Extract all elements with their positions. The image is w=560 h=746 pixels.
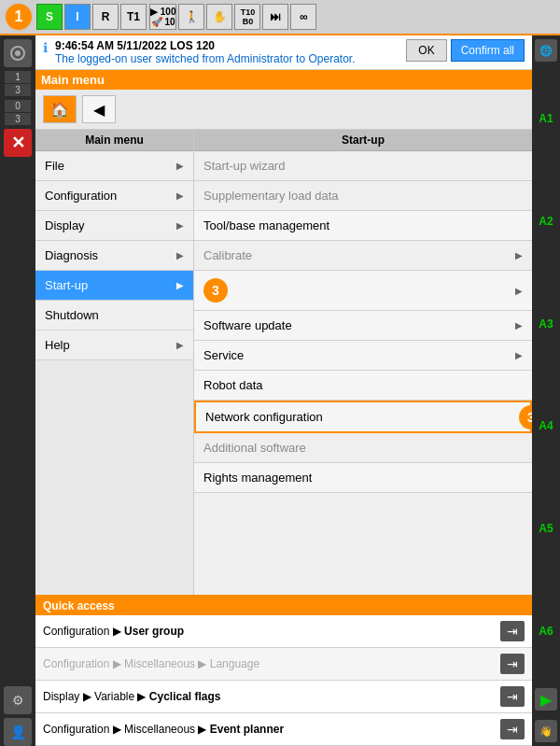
sidebar-icon-robot[interactable] xyxy=(4,39,32,67)
submenu-startup-wizard-label: Start-up wizard xyxy=(203,159,285,173)
submenu-robot-data[interactable]: Robot data xyxy=(194,371,532,401)
badge-1: 1 xyxy=(4,2,34,32)
submenu-additional-software[interactable]: Additional software xyxy=(194,433,532,463)
sidebar-label-a1[interactable]: A1 xyxy=(539,112,553,125)
submenu-software-update[interactable]: Software update ▶ xyxy=(194,311,532,341)
ok-button[interactable]: OK xyxy=(406,39,446,62)
left-sidebar: 1 3 0 3 ✕ ⚙ 👤 xyxy=(0,35,35,746)
submenu-calibrate-label: Calibrate xyxy=(203,248,252,262)
calibrate-arrow-icon: ▶ xyxy=(515,250,523,260)
submenu-software-update-label: Software update xyxy=(203,318,292,332)
btn-walk[interactable]: 🚶 xyxy=(178,4,204,30)
btn-hand[interactable]: ✋ xyxy=(206,4,232,30)
menu-item-diagnosis-label: Diagnosis xyxy=(45,248,98,262)
submenu-additional-software-label: Additional software xyxy=(203,441,306,455)
menu-item-help-label: Help xyxy=(45,338,70,352)
menu-wrapper: Main menu 🏠 ◀ Main menu File ▶ Configura… xyxy=(35,70,532,746)
quick-item-event-planner[interactable]: Configuration ▶ Miscellaneous ▶ Event pl… xyxy=(35,713,532,746)
sidebar-icon-gear[interactable]: ⚙ xyxy=(4,686,32,714)
menu-item-configuration-label: Configuration xyxy=(45,189,117,203)
sidebar-label-a2[interactable]: A2 xyxy=(539,215,553,228)
top-toolbar: 1 S I R T1 ▶ 100🚀 10 🚶 ✋ T10B0 ⏭ ∞ xyxy=(0,0,560,35)
confirm-all-button[interactable]: Confirm all xyxy=(451,39,525,62)
diagnosis-arrow-icon: ▶ xyxy=(176,250,184,260)
menu-item-file[interactable]: File ▶ xyxy=(35,151,193,181)
status-text: 9:46:54 AM 5/11/2022 LOS 120 The logged-… xyxy=(55,39,399,65)
sidebar-num-3b: 3 xyxy=(5,113,31,125)
sidebar-label-a3[interactable]: A3 xyxy=(539,317,553,331)
quick-item-pin-1[interactable]: ⇥ xyxy=(500,621,525,641)
menu-title-bar: Main menu xyxy=(35,70,532,90)
btn-t10b0[interactable]: T10B0 xyxy=(234,4,260,30)
quick-item-language[interactable]: Configuration ▶ Miscellaneous ▶ Language… xyxy=(35,648,532,681)
menu-item-diagnosis[interactable]: Diagnosis ▶ xyxy=(35,241,193,271)
quick-item-cyclical-flags-text: Display ▶ Variable ▶ Cyclical flags xyxy=(43,690,221,703)
right-sidebar: 🌐 A1 A2 A3 A4 A5 A6 ▶ 👋 xyxy=(532,35,560,746)
submenu-rights-management[interactable]: Rights management xyxy=(194,463,532,493)
help-arrow-icon: ▶ xyxy=(176,340,184,350)
sidebar-label-a5[interactable]: A5 xyxy=(539,522,553,535)
quick-access-header: Quick access xyxy=(35,597,532,615)
sidebar-label-a4[interactable]: A4 xyxy=(539,419,553,432)
quick-item-event-planner-text: Configuration ▶ Miscellaneous ▶ Event pl… xyxy=(43,723,284,736)
right-col-header: Start-up xyxy=(194,130,532,151)
menu-item-help[interactable]: Help ▶ xyxy=(35,331,193,360)
quick-item-pin-2[interactable]: ⇥ xyxy=(500,654,525,674)
menu-col-right: Start-up Start-up wizard Supplementary l… xyxy=(194,130,532,595)
submenu-supplementary[interactable]: Supplementary load data xyxy=(194,181,532,211)
btn-i[interactable]: I xyxy=(64,4,91,30)
right-icon-globe[interactable]: 🌐 xyxy=(535,39,557,62)
right-icon-hand-down[interactable]: 👋 xyxy=(535,720,557,742)
menu-item-display-label: Display xyxy=(45,218,85,232)
back-button[interactable]: ◀ xyxy=(82,95,116,123)
btn-skip[interactable]: ⏭ xyxy=(262,4,288,30)
submenu-tool-base[interactable]: Tool/base management xyxy=(194,211,532,241)
submenu-service[interactable]: Service ▶ xyxy=(194,341,532,371)
menu-title: Main menu xyxy=(41,73,105,87)
menu-item-display[interactable]: Display ▶ xyxy=(35,211,193,241)
quick-item-cyclical-flags[interactable]: Display ▶ Variable ▶ Cyclical flags ⇥ xyxy=(35,681,532,713)
menu-item-shutdown[interactable]: Shutdown xyxy=(35,301,193,331)
btn-r[interactable]: R xyxy=(92,4,119,30)
menu-item-file-label: File xyxy=(45,159,64,173)
submenu-calibrate[interactable]: Calibrate ▶ xyxy=(194,241,532,271)
sidebar-label-a6[interactable]: A6 xyxy=(539,625,553,638)
sidebar-num-1: 1 xyxy=(5,71,31,83)
file-arrow-icon: ▶ xyxy=(176,161,184,171)
badge-3: 3 xyxy=(519,405,532,429)
submenu-network-config-label: Network configuration xyxy=(205,410,323,424)
btn-t1[interactable]: T1 xyxy=(120,4,147,30)
quick-item-pin-3[interactable]: ⇥ xyxy=(500,686,525,707)
quick-item-user-group-text: Configuration ▶ User group xyxy=(43,625,184,638)
menu-item-startup[interactable]: Start-up ▶ xyxy=(35,271,193,301)
sidebar-num-0a: 0 xyxy=(5,100,31,112)
status-time: 9:46:54 AM 5/11/2022 LOS 120 xyxy=(55,39,399,52)
home-button[interactable]: 🏠 xyxy=(43,95,77,123)
service-arrow-icon: ▶ xyxy=(515,350,523,360)
sidebar-numbers: 1 3 xyxy=(5,71,31,96)
menu-nav: 🏠 ◀ xyxy=(35,90,532,130)
software-update-arrow-icon: ▶ xyxy=(515,320,523,331)
toolbar-group-speed: ▶ 100🚀 10 🚶 ✋ T10B0 ⏭ ∞ xyxy=(149,4,316,30)
menu-col-left: Main menu File ▶ Configuration ▶ Display… xyxy=(35,130,194,595)
submenu-network-config[interactable]: Network configuration 3 xyxy=(194,401,532,433)
sidebar-icon-user[interactable]: 👤 xyxy=(4,718,32,746)
quick-access: Quick access Configuration ▶ User group … xyxy=(35,595,532,746)
main-content: ℹ 9:46:54 AM 5/11/2022 LOS 120 The logge… xyxy=(35,35,532,746)
startup-arrow-icon: ▶ xyxy=(176,280,184,290)
sidebar-num-3: 3 xyxy=(5,84,31,96)
menu-item-configuration[interactable]: Configuration ▶ xyxy=(35,181,193,211)
right-icon-arrow-right[interactable]: ▶ xyxy=(535,688,557,711)
left-col-header: Main menu xyxy=(35,130,193,151)
status-buttons: OK Confirm all xyxy=(406,39,525,62)
btn-inf[interactable]: ∞ xyxy=(290,4,316,30)
close-button[interactable]: ✕ xyxy=(4,129,32,157)
quick-item-user-group[interactable]: Configuration ▶ User group ⇥ xyxy=(35,615,532,648)
submenu-badge2[interactable]: 3 ▶ xyxy=(194,271,532,311)
submenu-startup-wizard[interactable]: Start-up wizard xyxy=(194,151,532,181)
quick-item-pin-4[interactable]: ⇥ xyxy=(500,719,525,739)
status-bar: ℹ 9:46:54 AM 5/11/2022 LOS 120 The logge… xyxy=(35,35,532,70)
menu-item-shutdown-label: Shutdown xyxy=(45,308,99,322)
btn-s[interactable]: S xyxy=(36,4,63,30)
btn-speed[interactable]: ▶ 100🚀 10 xyxy=(149,4,176,30)
